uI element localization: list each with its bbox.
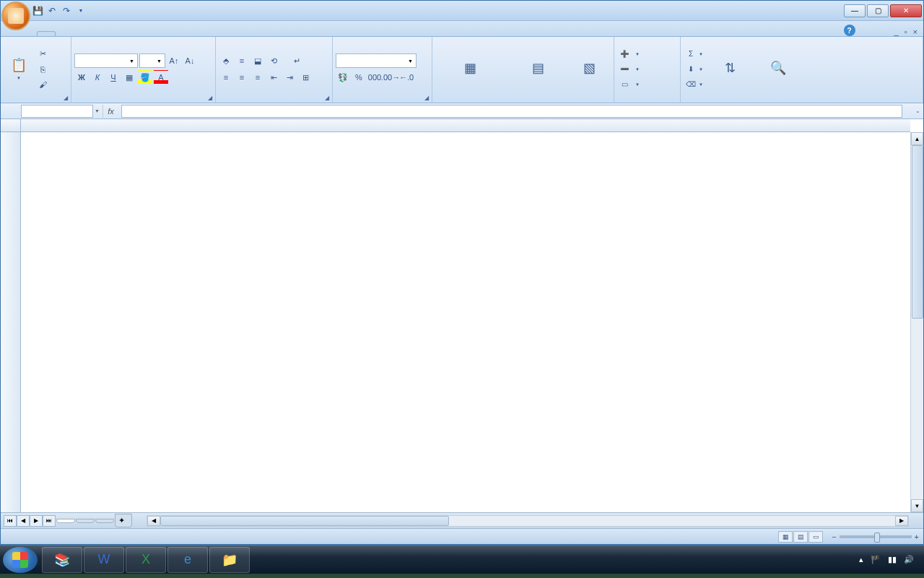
page-break-button[interactable]: ▭ xyxy=(808,531,823,543)
zoom-in-button[interactable]: + xyxy=(915,532,919,541)
percent-button[interactable]: % xyxy=(352,70,366,85)
horizontal-scrollbar[interactable]: ◀ ▶ xyxy=(147,515,909,527)
new-sheet-button[interactable]: ✦ xyxy=(115,514,132,527)
scroll-thumb-h[interactable] xyxy=(160,516,449,526)
format-cells-button[interactable]: ▭▼ xyxy=(617,77,642,92)
taskbar-explorer[interactable]: 📁 xyxy=(209,547,250,573)
qat-dropdown-icon[interactable]: ▼ xyxy=(74,4,87,17)
align-middle-button[interactable]: ≡ xyxy=(235,53,249,68)
tab-view[interactable] xyxy=(142,32,160,36)
wrap-text-button[interactable]: ↵ xyxy=(289,53,304,68)
find-select-button[interactable]: 🔍 xyxy=(756,46,801,93)
nav-last-button[interactable]: ⏭ xyxy=(43,515,56,527)
insert-cells-button[interactable]: ➕▼ xyxy=(617,47,642,61)
undo-icon[interactable]: ↶ xyxy=(45,4,58,17)
scroll-left-button[interactable]: ◀ xyxy=(147,516,160,526)
nav-first-button[interactable]: ⏮ xyxy=(4,515,17,527)
align-center-button[interactable]: ≡ xyxy=(235,70,249,85)
taskbar-word[interactable]: W xyxy=(84,547,124,573)
sheet-tab-3[interactable] xyxy=(95,519,114,523)
conditional-formatting-button[interactable]: ▦ xyxy=(435,46,505,93)
copy-button[interactable]: ⎘ xyxy=(35,62,50,77)
redo-icon[interactable]: ↷ xyxy=(60,4,73,17)
name-box[interactable] xyxy=(21,105,93,118)
scroll-down-button[interactable]: ▼ xyxy=(911,499,923,512)
tab-data[interactable] xyxy=(108,32,125,36)
zoom-out-button[interactable]: − xyxy=(832,532,836,541)
tab-review[interactable] xyxy=(125,32,142,36)
font-size-combo[interactable]: ▼ xyxy=(139,53,165,68)
zoom-slider[interactable] xyxy=(840,535,912,538)
tab-insert[interactable] xyxy=(56,32,73,36)
scroll-thumb-v[interactable] xyxy=(912,145,923,319)
doc-minimize-icon[interactable]: _ xyxy=(894,27,899,36)
currency-button[interactable]: 💱 xyxy=(336,70,350,85)
cell-styles-button[interactable]: ▧ xyxy=(571,46,607,93)
tab-page-layout[interactable] xyxy=(73,32,90,36)
sheet-tab-1[interactable] xyxy=(56,519,75,523)
cut-button[interactable]: ✂ xyxy=(35,47,50,61)
delete-cells-button[interactable]: ➖▼ xyxy=(617,62,642,77)
number-format-combo[interactable]: ▼ xyxy=(336,53,417,68)
nav-prev-button[interactable]: ◀ xyxy=(17,515,30,527)
bold-button[interactable]: Ж xyxy=(74,70,89,85)
vertical-scrollbar[interactable]: ▲ ▼ xyxy=(910,132,923,512)
align-left-button[interactable]: ≡ xyxy=(219,70,233,85)
formula-expand-icon[interactable]: ⌄ xyxy=(915,108,920,114)
nav-next-button[interactable]: ▶ xyxy=(30,515,43,527)
orientation-button[interactable]: ⟲ xyxy=(266,53,281,68)
increase-font-button[interactable]: A↑ xyxy=(167,53,181,68)
close-button[interactable]: ✕ xyxy=(890,4,922,17)
format-as-table-button[interactable]: ▤ xyxy=(506,46,570,93)
underline-button[interactable]: Ч xyxy=(106,70,121,85)
italic-button[interactable]: К xyxy=(90,70,105,85)
decrease-indent-button[interactable]: ⇤ xyxy=(266,70,281,85)
taskbar-excel[interactable]: X xyxy=(126,547,166,573)
autosum-button[interactable]: Σ▼ xyxy=(684,47,705,61)
maximize-button[interactable]: ▢ xyxy=(867,4,889,17)
namebox-dropdown-icon[interactable]: ▼ xyxy=(95,108,100,113)
align-right-button[interactable]: ≡ xyxy=(250,70,265,85)
office-button[interactable] xyxy=(1,1,30,30)
flag-icon[interactable]: 🏴 xyxy=(871,555,881,564)
font-name-combo[interactable]: ▼ xyxy=(74,53,138,68)
sort-filter-button[interactable]: ⇅ xyxy=(707,46,754,93)
decrease-font-button[interactable]: A↓ xyxy=(183,53,197,68)
decrease-decimal-button[interactable]: ←.0 xyxy=(399,70,414,85)
fill-color-button[interactable]: 🪣 xyxy=(138,70,152,85)
tab-formulas[interactable] xyxy=(90,32,108,36)
start-button[interactable] xyxy=(3,547,38,573)
taskbar-ie[interactable]: e xyxy=(167,547,208,573)
fill-button[interactable]: ⬇▼ xyxy=(684,62,705,77)
merge-button[interactable]: ⊞ xyxy=(298,70,313,85)
fx-button[interactable]: fx xyxy=(103,105,118,118)
network-icon[interactable]: ▮▮ xyxy=(888,555,897,564)
align-bottom-button[interactable]: ⬓ xyxy=(250,53,265,68)
tray-chevron-icon[interactable]: ▴ xyxy=(859,555,863,564)
paste-button[interactable]: 📋▼ xyxy=(4,46,34,93)
select-all-corner[interactable] xyxy=(1,119,21,132)
page-layout-button[interactable]: ▤ xyxy=(793,531,808,543)
align-top-button[interactable]: ⬘ xyxy=(219,53,233,68)
help-button[interactable]: ? xyxy=(844,25,855,36)
clear-button[interactable]: ⌫▼ xyxy=(684,77,705,92)
scroll-up-button[interactable]: ▲ xyxy=(911,132,923,145)
taskbar-app-1[interactable]: 📚 xyxy=(42,547,82,573)
tab-home[interactable] xyxy=(37,31,56,36)
cells-area[interactable] xyxy=(21,132,910,512)
doc-restore-icon[interactable]: ▫ xyxy=(905,27,907,36)
spreadsheet-grid[interactable]: ▲ ▼ xyxy=(1,119,923,512)
scroll-right-button[interactable]: ▶ xyxy=(895,516,908,526)
increase-decimal-button[interactable]: .00→ xyxy=(383,70,398,85)
font-color-button[interactable]: A xyxy=(154,70,168,85)
normal-view-button[interactable]: ▦ xyxy=(778,531,793,543)
format-painter-button[interactable]: 🖌 xyxy=(35,77,50,92)
sheet-tab-2[interactable] xyxy=(76,519,95,523)
save-icon[interactable]: 💾 xyxy=(31,4,44,17)
volume-icon[interactable]: 🔊 xyxy=(904,555,914,564)
border-button[interactable]: ▦ xyxy=(122,70,136,85)
comma-button[interactable]: 000 xyxy=(367,70,382,85)
increase-indent-button[interactable]: ⇥ xyxy=(282,70,297,85)
minimize-button[interactable]: — xyxy=(844,4,866,17)
doc-close-icon[interactable]: × xyxy=(913,27,918,36)
